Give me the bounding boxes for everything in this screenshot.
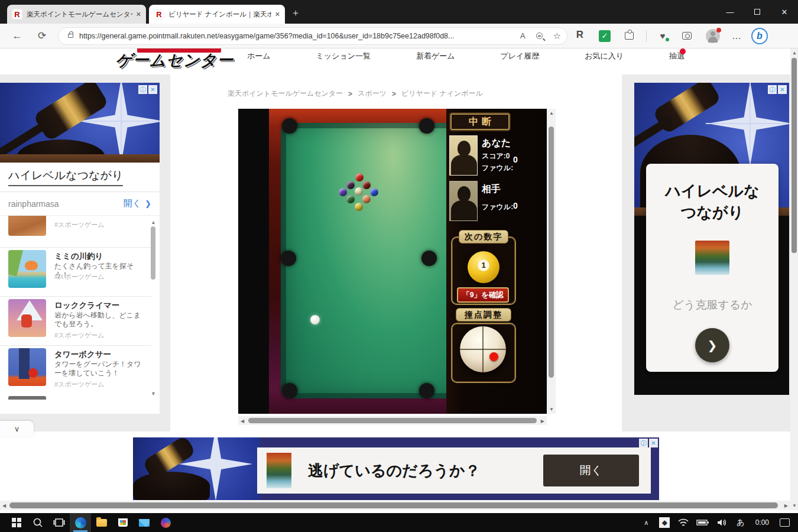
favorite-star-icon[interactable]: ☆	[553, 31, 561, 41]
game-title[interactable]: ミミの川釣り	[54, 251, 103, 262]
scroll-down-icon[interactable]: ▼	[549, 407, 554, 412]
left-ad-image[interactable]: ⓘ ✕	[0, 83, 160, 163]
nav-missions[interactable]: ミッション一覧	[316, 51, 371, 61]
scroll-right-icon[interactable]: ▶	[784, 503, 788, 508]
scroll-up-icon[interactable]: ▲	[792, 50, 797, 56]
check-extension-icon[interactable]: ✓	[599, 30, 611, 42]
taskbar-store-button[interactable]	[112, 513, 134, 532]
ad-next-button[interactable]: ❯	[695, 328, 729, 362]
canvas-vscroll-thumb[interactable]	[549, 126, 554, 378]
action-center-icon[interactable]	[780, 518, 790, 527]
game-thumbnail[interactable]	[8, 299, 46, 337]
list-scroll-up-icon[interactable]: ▲	[151, 219, 156, 225]
right-ad-card[interactable]: ハイレベルな つながり どう克服するか ❯	[646, 164, 778, 372]
address-bar[interactable]: https://general.game.pointmall.rakuten.n…	[58, 27, 567, 45]
page-vscroll-thumb[interactable]	[791, 58, 797, 253]
list-item-climber[interactable]: ロッククライマー 岩から岩へ移動し、どこまでも登ろう。 #スポーツゲーム	[0, 297, 147, 345]
ad-close-icon[interactable]: ✕	[148, 85, 157, 94]
maximize-button[interactable]	[744, 0, 771, 24]
cue-ball[interactable]	[310, 315, 320, 325]
rakuten-extension-icon[interactable]: R	[567, 29, 592, 43]
ad-open-link[interactable]: 開く	[124, 198, 141, 209]
tab-close-icon[interactable]: ✕	[136, 11, 141, 18]
bottom-ad[interactable]: ⓘ ✕ 逃げているのだろうか？ 開く	[133, 437, 659, 500]
tab-close-icon[interactable]: ✕	[275, 11, 280, 18]
game-title[interactable]: タワーボクサー	[54, 349, 111, 360]
bottom-ad-open-button[interactable]: 開く	[543, 455, 639, 486]
minimize-button[interactable]: —	[716, 0, 744, 24]
nav-favorites[interactable]: お気に入り	[585, 51, 624, 61]
scroll-right-icon[interactable]: ▶	[541, 419, 544, 424]
page-vertical-scrollbar[interactable]: ▲ ▼	[790, 48, 798, 510]
list-scroll-down-icon[interactable]: ▼	[151, 391, 156, 397]
pause-button[interactable]: 中断	[450, 113, 510, 130]
taskbar-mail-button[interactable]	[134, 513, 155, 532]
nav-home[interactable]: ホーム	[247, 51, 271, 61]
tray-expand-icon[interactable]: ∧	[637, 519, 655, 527]
settings-more-icon[interactable]: …	[732, 31, 742, 41]
game-thumbnail[interactable]	[8, 348, 46, 386]
browser-tab-1[interactable]: R 楽天ポイントモールゲームセンター｜楽 ✕	[7, 5, 146, 24]
new-tab-button[interactable]: ＋	[291, 8, 300, 18]
page-hscroll-thumb[interactable]	[9, 502, 778, 508]
task-view-button[interactable]	[48, 513, 70, 532]
canvas-horizontal-scrollbar[interactable]: ◀ ▶	[238, 416, 547, 425]
battery-icon[interactable]	[696, 518, 709, 527]
scroll-left-icon[interactable]: ◀	[241, 419, 244, 424]
ad-info-icon[interactable]: ⓘ	[639, 439, 648, 447]
copilot-bing-icon[interactable]: b	[751, 28, 768, 44]
browser-essentials-icon[interactable]: ♥	[651, 31, 674, 41]
url-text[interactable]: https://general.game.pointmall.rakuten.n…	[79, 32, 511, 40]
spin-point-dot[interactable]	[489, 352, 498, 361]
ad-close-icon[interactable]: ✕	[778, 85, 787, 94]
extensions-puzzle-icon[interactable]	[625, 32, 634, 40]
sidebar-collapse-tab[interactable]: ∨	[0, 421, 34, 437]
ad-info-icon[interactable]: ⓘ	[138, 85, 147, 94]
web-capture-icon[interactable]	[682, 32, 692, 40]
site-logo[interactable]: ゲームセンター	[116, 50, 233, 71]
taskbar-clock[interactable]: 0:00	[755, 518, 769, 527]
scroll-left-icon[interactable]: ◀	[2, 503, 6, 508]
wifi-icon[interactable]	[677, 518, 689, 527]
taskbar-explorer-button[interactable]	[91, 513, 112, 532]
browser-tab-2-active[interactable]: R ビリヤード ナインボール｜楽天ポイント ✕	[149, 5, 285, 24]
list-item-fishing[interactable]: ミミの川釣り たくさん釣って主を探そう！ #スポーツゲーム	[0, 248, 147, 296]
taskbar-search-button[interactable]	[27, 513, 48, 532]
canvas-hscroll-thumb[interactable]	[248, 418, 537, 423]
left-ad-title-link[interactable]: ハイレベルなつながり	[8, 168, 123, 186]
read-aloud-icon[interactable]: A	[520, 31, 525, 40]
refresh-button[interactable]: ⟳	[32, 30, 52, 42]
page-horizontal-scrollbar[interactable]: ◀ ▶	[0, 501, 790, 510]
right-ad[interactable]: ⓘ ✕ ハイレベルな つながり どう克服するか ❯	[634, 83, 789, 395]
bottom-ad-card[interactable]: 逃げているのだろうか？ 開く	[257, 447, 651, 494]
nav-play-history[interactable]: プレイ履歴	[500, 51, 539, 61]
start-button[interactable]	[6, 513, 27, 532]
tray-app-icon[interactable]: ◆	[659, 517, 670, 528]
game-title[interactable]: ロッククライマー	[54, 300, 119, 311]
taskbar-edge-button[interactable]	[70, 513, 91, 532]
confirm-nine-button[interactable]: 「9」を確認	[457, 287, 509, 303]
speaker-icon[interactable]	[716, 518, 728, 527]
aim-ball[interactable]	[460, 326, 506, 372]
ime-indicator[interactable]: あ	[737, 517, 744, 528]
list-item-partial[interactable]: #スポーツゲーム	[0, 216, 147, 246]
close-button[interactable]: ✕	[771, 0, 798, 24]
game-thumbnail[interactable]	[8, 250, 46, 288]
taskbar-office-button[interactable]	[155, 513, 176, 532]
breadcrumb-home[interactable]: 楽天ポイントモールゲームセンター	[228, 89, 343, 99]
breadcrumb-sports[interactable]: スポーツ	[358, 89, 387, 99]
game-thumbnail[interactable]	[8, 216, 46, 236]
back-button[interactable]: ←	[7, 30, 27, 42]
nav-new-games[interactable]: 新着ゲーム	[416, 51, 455, 61]
ad-close-icon[interactable]: ✕	[649, 439, 658, 447]
profile-avatar[interactable]	[706, 29, 720, 43]
canvas-vertical-scrollbar[interactable]: ▲ ▼	[547, 109, 556, 414]
list-scrollbar-thumb[interactable]	[151, 226, 155, 280]
chevron-right-icon[interactable]: ❯	[145, 199, 151, 208]
scroll-up-icon[interactable]: ▲	[549, 111, 554, 116]
zoom-out-icon[interactable]	[536, 33, 543, 39]
ad-info-icon[interactable]: ⓘ	[768, 85, 777, 94]
scroll-down-icon[interactable]: ▼	[792, 503, 797, 508]
list-item-boxer[interactable]: タワーボクサー タワーをグーパンチ！タワーを壊していこう！ #スポーツゲーム	[0, 346, 147, 394]
billiards-game-canvas[interactable]: 中断 あなた スコア:0 ファウル: 0 相手 ファウル: 0 次の数字 1 「…	[238, 109, 547, 414]
